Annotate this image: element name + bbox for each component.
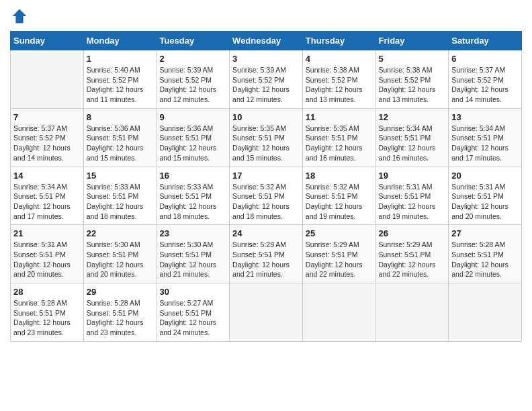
calendar-cell: 30Sunrise: 5:27 AM Sunset: 5:51 PM Dayli…: [157, 283, 230, 342]
day-info: Sunrise: 5:39 AM Sunset: 5:52 PM Dayligh…: [159, 65, 226, 105]
day-info: Sunrise: 5:37 AM Sunset: 5:52 PM Dayligh…: [451, 65, 519, 105]
day-info: Sunrise: 5:27 AM Sunset: 5:51 PM Dayligh…: [159, 298, 226, 338]
calendar-cell: 29Sunrise: 5:28 AM Sunset: 5:51 PM Dayli…: [83, 283, 157, 342]
day-header-sunday: Sunday: [11, 32, 84, 50]
calendar-cell: 15Sunrise: 5:33 AM Sunset: 5:51 PM Dayli…: [83, 167, 157, 225]
day-number: 13: [451, 112, 519, 122]
calendar-cell: 9Sunrise: 5:36 AM Sunset: 5:51 PM Daylig…: [157, 108, 230, 167]
day-number: 16: [159, 171, 226, 181]
day-number: 24: [232, 228, 300, 238]
day-info: Sunrise: 5:34 AM Sunset: 5:51 PM Dayligh…: [13, 182, 81, 222]
calendar-table: SundayMondayTuesdayWednesdayThursdayFrid…: [10, 31, 522, 342]
day-number: 3: [232, 54, 300, 64]
day-info: Sunrise: 5:31 AM Sunset: 5:51 PM Dayligh…: [13, 240, 81, 279]
calendar-week-row: 14Sunrise: 5:34 AM Sunset: 5:51 PM Dayli…: [11, 167, 522, 225]
calendar-cell: 27Sunrise: 5:28 AM Sunset: 5:51 PM Dayli…: [449, 225, 522, 283]
day-number: 5: [379, 54, 446, 64]
calendar-cell: 11Sunrise: 5:35 AM Sunset: 5:51 PM Dayli…: [302, 108, 375, 167]
calendar-cell: 3Sunrise: 5:39 AM Sunset: 5:52 PM Daylig…: [230, 50, 303, 109]
day-info: Sunrise: 5:30 AM Sunset: 5:51 PM Dayligh…: [159, 240, 226, 279]
calendar-cell: 14Sunrise: 5:34 AM Sunset: 5:51 PM Dayli…: [11, 167, 84, 225]
day-info: Sunrise: 5:31 AM Sunset: 5:51 PM Dayligh…: [451, 182, 519, 222]
day-number: 20: [451, 171, 519, 181]
day-number: 17: [232, 171, 300, 181]
calendar-cell: 6Sunrise: 5:37 AM Sunset: 5:52 PM Daylig…: [449, 50, 522, 109]
day-number: 1: [87, 54, 154, 64]
day-header-thursday: Thursday: [302, 32, 375, 50]
calendar-cell: 19Sunrise: 5:31 AM Sunset: 5:51 PM Dayli…: [375, 167, 449, 225]
day-info: Sunrise: 5:33 AM Sunset: 5:51 PM Dayligh…: [159, 182, 226, 222]
day-info: Sunrise: 5:36 AM Sunset: 5:51 PM Dayligh…: [87, 124, 154, 163]
calendar-cell: [11, 50, 84, 109]
day-number: 11: [306, 112, 373, 122]
calendar-cell: 21Sunrise: 5:31 AM Sunset: 5:51 PM Dayli…: [11, 225, 84, 283]
calendar-cell: 4Sunrise: 5:38 AM Sunset: 5:52 PM Daylig…: [302, 50, 375, 109]
day-number: 29: [87, 287, 154, 297]
day-number: 18: [306, 171, 373, 181]
day-number: 10: [232, 112, 300, 122]
day-number: 28: [13, 287, 81, 297]
day-info: Sunrise: 5:28 AM Sunset: 5:51 PM Dayligh…: [87, 298, 154, 338]
day-info: Sunrise: 5:35 AM Sunset: 5:51 PM Dayligh…: [232, 124, 300, 163]
calendar-cell: 13Sunrise: 5:34 AM Sunset: 5:51 PM Dayli…: [449, 108, 522, 167]
calendar-week-row: 21Sunrise: 5:31 AM Sunset: 5:51 PM Dayli…: [11, 225, 522, 283]
logo-icon: [10, 7, 29, 26]
day-info: Sunrise: 5:28 AM Sunset: 5:51 PM Dayligh…: [13, 298, 81, 338]
day-info: Sunrise: 5:34 AM Sunset: 5:51 PM Dayligh…: [379, 124, 446, 163]
calendar-week-row: 28Sunrise: 5:28 AM Sunset: 5:51 PM Dayli…: [11, 283, 522, 342]
calendar-cell: 28Sunrise: 5:28 AM Sunset: 5:51 PM Dayli…: [11, 283, 84, 342]
calendar-cell: 2Sunrise: 5:39 AM Sunset: 5:52 PM Daylig…: [157, 50, 230, 109]
calendar-cell: [302, 283, 375, 342]
day-number: 12: [379, 112, 446, 122]
calendar-cell: [230, 283, 303, 342]
day-info: Sunrise: 5:29 AM Sunset: 5:51 PM Dayligh…: [232, 240, 300, 279]
day-info: Sunrise: 5:31 AM Sunset: 5:51 PM Dayligh…: [379, 182, 446, 222]
calendar-cell: 1Sunrise: 5:40 AM Sunset: 5:52 PM Daylig…: [83, 50, 157, 109]
day-info: Sunrise: 5:37 AM Sunset: 5:52 PM Dayligh…: [13, 124, 81, 163]
calendar-cell: 5Sunrise: 5:38 AM Sunset: 5:52 PM Daylig…: [375, 50, 449, 109]
calendar-cell: 8Sunrise: 5:36 AM Sunset: 5:51 PM Daylig…: [83, 108, 157, 167]
day-header-wednesday: Wednesday: [230, 32, 303, 50]
day-number: 27: [451, 228, 519, 238]
calendar-cell: 17Sunrise: 5:32 AM Sunset: 5:51 PM Dayli…: [230, 167, 303, 225]
day-info: Sunrise: 5:32 AM Sunset: 5:51 PM Dayligh…: [232, 182, 300, 222]
day-number: 23: [159, 228, 226, 238]
svg-marker-0: [13, 9, 27, 24]
calendar-cell: 12Sunrise: 5:34 AM Sunset: 5:51 PM Dayli…: [375, 108, 449, 167]
day-info: Sunrise: 5:36 AM Sunset: 5:51 PM Dayligh…: [159, 124, 226, 163]
day-info: Sunrise: 5:35 AM Sunset: 5:51 PM Dayligh…: [306, 124, 373, 163]
calendar-cell: 10Sunrise: 5:35 AM Sunset: 5:51 PM Dayli…: [230, 108, 303, 167]
day-number: 22: [87, 228, 154, 238]
day-number: 19: [379, 171, 446, 181]
day-info: Sunrise: 5:39 AM Sunset: 5:52 PM Dayligh…: [232, 65, 300, 105]
logo: [10, 7, 32, 26]
day-number: 9: [159, 112, 226, 122]
calendar-cell: [375, 283, 449, 342]
day-number: 14: [13, 171, 81, 181]
calendar-cell: 22Sunrise: 5:30 AM Sunset: 5:51 PM Dayli…: [83, 225, 157, 283]
day-number: 30: [159, 287, 226, 297]
day-info: Sunrise: 5:28 AM Sunset: 5:51 PM Dayligh…: [451, 240, 519, 279]
day-info: Sunrise: 5:29 AM Sunset: 5:51 PM Dayligh…: [379, 240, 446, 279]
calendar-cell: 18Sunrise: 5:32 AM Sunset: 5:51 PM Dayli…: [302, 167, 375, 225]
day-header-friday: Friday: [375, 32, 449, 50]
day-info: Sunrise: 5:38 AM Sunset: 5:52 PM Dayligh…: [306, 65, 373, 105]
calendar-cell: 24Sunrise: 5:29 AM Sunset: 5:51 PM Dayli…: [230, 225, 303, 283]
calendar-week-row: 7Sunrise: 5:37 AM Sunset: 5:52 PM Daylig…: [11, 108, 522, 167]
day-info: Sunrise: 5:29 AM Sunset: 5:51 PM Dayligh…: [306, 240, 373, 279]
calendar-cell: 7Sunrise: 5:37 AM Sunset: 5:52 PM Daylig…: [11, 108, 84, 167]
day-header-tuesday: Tuesday: [157, 32, 230, 50]
calendar-cell: 23Sunrise: 5:30 AM Sunset: 5:51 PM Dayli…: [157, 225, 230, 283]
calendar-cell: 20Sunrise: 5:31 AM Sunset: 5:51 PM Dayli…: [449, 167, 522, 225]
day-header-saturday: Saturday: [449, 32, 522, 50]
calendar-cell: 25Sunrise: 5:29 AM Sunset: 5:51 PM Dayli…: [302, 225, 375, 283]
page-header: [10, 7, 522, 26]
day-number: 21: [13, 228, 81, 238]
day-info: Sunrise: 5:33 AM Sunset: 5:51 PM Dayligh…: [87, 182, 154, 222]
day-number: 15: [87, 171, 154, 181]
day-info: Sunrise: 5:32 AM Sunset: 5:51 PM Dayligh…: [306, 182, 373, 222]
day-number: 7: [13, 112, 81, 122]
day-number: 4: [306, 54, 373, 64]
day-number: 8: [87, 112, 154, 122]
calendar-cell: [449, 283, 522, 342]
